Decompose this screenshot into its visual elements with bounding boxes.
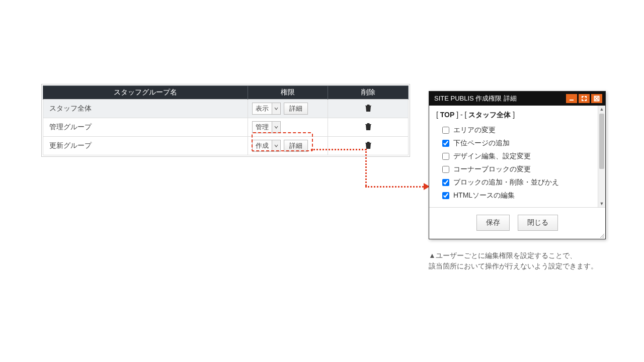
delete-cell <box>328 137 409 155</box>
annotation-arrow <box>365 186 424 188</box>
delete-cell <box>328 118 409 137</box>
chevron-down-icon <box>272 103 280 114</box>
permission-label: ブロックの追加・削除・並びかえ <box>453 178 559 187</box>
caption-text: ▲ユーザーごとに編集権限を設定することで、 該当箇所において操作が行えないよう設… <box>429 250 610 272</box>
permission-select[interactable]: 作成 <box>252 140 281 152</box>
popup-footer: 保存 閉じる <box>429 208 605 239</box>
col-header-name: スタッフグループ名 <box>43 86 248 100</box>
permission-cell: 表示詳細 <box>248 100 328 118</box>
permission-cell: 管理 <box>248 118 328 137</box>
permission-item: HTMLソースの編集 <box>440 189 601 202</box>
permission-label: HTMLソースの編集 <box>453 191 515 200</box>
permission-item: デザイン編集、設定変更 <box>440 150 601 163</box>
scroll-down-icon[interactable]: ▼ <box>600 200 604 207</box>
minimize-button[interactable] <box>566 94 577 103</box>
permission-select[interactable]: 管理 <box>252 121 281 133</box>
trash-icon[interactable] <box>365 106 372 114</box>
permission-label: エリアの変更 <box>453 126 496 135</box>
permission-label: 下位ページの追加 <box>453 139 510 148</box>
delete-cell <box>328 100 409 118</box>
permission-checkbox[interactable] <box>442 140 449 147</box>
group-name-cell: 更新グループ <box>43 137 248 155</box>
table-row: 更新グループ作成詳細 <box>43 137 409 155</box>
col-header-perm: 権限 <box>248 86 328 100</box>
table-row: スタッフ全体表示詳細 <box>43 100 409 118</box>
group-name-cell: スタッフ全体 <box>43 100 248 118</box>
permission-item: 下位ページの追加 <box>440 137 601 150</box>
permission-select[interactable]: 表示 <box>252 103 281 115</box>
close-popup-button[interactable]: 閉じる <box>518 215 558 231</box>
group-name-cell: 管理グループ <box>43 118 248 137</box>
popup-titlebar[interactable]: SITE PUBLIS 作成権限 詳細 <box>429 92 605 106</box>
permission-cell: 作成詳細 <box>248 137 328 155</box>
permission-item: ブロックの追加・削除・並びかえ <box>440 176 601 189</box>
permission-checkbox[interactable] <box>442 179 449 186</box>
permission-item: エリアの変更 <box>440 124 601 137</box>
maximize-button[interactable] <box>579 94 590 103</box>
popup-title: SITE PUBLIS 作成権限 詳細 <box>434 94 565 103</box>
chevron-down-icon <box>272 140 280 151</box>
resize-handle[interactable] <box>599 232 605 238</box>
trash-icon[interactable] <box>365 143 372 151</box>
permission-label: デザイン編集、設定変更 <box>453 152 531 161</box>
scrollbar[interactable]: ▲ ▼ <box>598 106 605 207</box>
scroll-thumb[interactable] <box>599 114 604 169</box>
table-row: 管理グループ管理 <box>43 118 409 137</box>
permission-detail-popup: SITE PUBLIS 作成権限 詳細 [ TOP ] - [ スタッフ全体 ]… <box>429 91 606 239</box>
permission-checkbox[interactable] <box>442 192 449 199</box>
popup-body: [ TOP ] - [ スタッフ全体 ] エリアの変更下位ページの追加デザイン編… <box>429 106 605 208</box>
permission-checkbox[interactable] <box>442 127 449 134</box>
scroll-up-icon[interactable]: ▲ <box>600 106 604 113</box>
svg-line-6 <box>603 237 604 238</box>
staff-group-table: スタッフグループ名 権限 削除 スタッフ全体表示詳細管理グループ管理更新グループ… <box>41 84 410 157</box>
permission-checkbox[interactable] <box>442 166 449 173</box>
detail-button[interactable]: 詳細 <box>284 140 308 152</box>
permission-label: コーナーブロックの変更 <box>453 165 531 174</box>
trash-icon[interactable] <box>365 124 372 132</box>
detail-button[interactable]: 詳細 <box>284 103 308 115</box>
breadcrumb: [ TOP ] - [ スタッフ全体 ] <box>436 111 601 120</box>
col-header-delete: 削除 <box>328 86 409 100</box>
chevron-down-icon <box>272 122 280 133</box>
permission-item: コーナーブロックの変更 <box>440 163 601 176</box>
close-button[interactable] <box>591 94 602 103</box>
permission-checkbox[interactable] <box>442 153 449 160</box>
save-button[interactable]: 保存 <box>476 215 510 231</box>
